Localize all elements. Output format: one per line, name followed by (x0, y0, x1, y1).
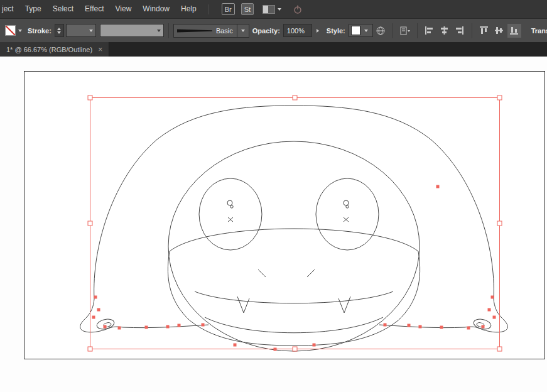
selection-handle-bottom-left[interactable] (88, 347, 92, 351)
anchor-point[interactable] (384, 324, 387, 327)
menu-item-view[interactable]: View (110, 0, 138, 18)
align-left-icon[interactable] (423, 24, 436, 38)
power-gpu-icon[interactable] (293, 4, 303, 14)
align-vertical-center-icon[interactable] (492, 24, 506, 38)
document-tab-bar: 1* @ 66.67% (RGB/Outline) × (0, 42, 547, 57)
width-profile-dropdown[interactable] (100, 24, 164, 37)
anchor-point[interactable] (274, 348, 277, 351)
anchor-point[interactable] (436, 185, 440, 188)
anchor-point[interactable] (118, 327, 121, 330)
style-dropdown[interactable] (349, 24, 373, 37)
anchor-point[interactable] (482, 325, 485, 329)
selection-handle-top-right[interactable] (497, 95, 502, 100)
selection-handle-mid-left[interactable] (88, 221, 92, 226)
anchor-point[interactable] (313, 344, 316, 347)
control-bar: Stroke: Basic Opacity: 100% Style: (0, 18, 547, 42)
anchor-point[interactable] (408, 324, 411, 327)
workspace-switcher-icon[interactable] (263, 5, 275, 14)
artboard-view[interactable] (0, 57, 547, 392)
menu-item-effect[interactable]: Effect (79, 0, 109, 18)
brush-dropdown[interactable]: Basic (173, 24, 249, 38)
anchor-point[interactable] (419, 325, 422, 329)
selection-handle-bottom-center[interactable] (293, 347, 297, 351)
anchor-point[interactable] (440, 326, 443, 329)
anchor-point[interactable] (493, 316, 496, 319)
brush-name: Basic (216, 27, 233, 35)
anchor-point[interactable] (488, 308, 491, 312)
selection-handle-mid-right[interactable] (497, 221, 502, 226)
stroke-weight-dropdown[interactable] (66, 24, 96, 37)
document-tab[interactable]: 1* @ 66.67% (RGB/Outline) × (0, 42, 109, 57)
style-label: Style: (327, 27, 345, 35)
menu-bar: ject Type Select Effect View Window Help… (0, 0, 547, 18)
document-setup-globe-icon[interactable] (374, 24, 387, 38)
close-icon[interactable]: × (98, 45, 102, 54)
anchor-point[interactable] (166, 325, 170, 329)
artboard (24, 72, 545, 359)
transform-label[interactable]: Trans (531, 27, 547, 35)
anchor-point[interactable] (491, 296, 494, 299)
anchor-point[interactable] (97, 308, 100, 312)
divider (393, 23, 393, 38)
menu-item-type[interactable]: Type (19, 0, 47, 18)
align-right-icon[interactable] (453, 24, 467, 38)
bridge-button[interactable]: Br (222, 3, 235, 15)
selection-handle-bottom-right[interactable] (497, 347, 502, 351)
chevron-down-icon (278, 8, 281, 11)
stock-button[interactable]: St (241, 3, 254, 15)
menu-item-select[interactable]: Select (47, 0, 79, 18)
anchor-point[interactable] (145, 326, 148, 329)
stroke-none-swatch[interactable] (5, 25, 16, 36)
menu-item-window[interactable]: Window (137, 0, 175, 18)
anchor-point[interactable] (92, 316, 95, 319)
divider (209, 4, 209, 14)
divider (472, 23, 472, 38)
anchor-point[interactable] (94, 296, 97, 299)
opacity-field[interactable]: 100% (283, 24, 312, 37)
style-swatch (351, 26, 360, 35)
menu-item-help[interactable]: Help (175, 0, 202, 18)
anchor-point[interactable] (104, 325, 107, 329)
anchor-point[interactable] (467, 327, 470, 330)
selection-handle-top-center[interactable] (293, 95, 297, 100)
selection-handle-top-left[interactable] (88, 95, 92, 100)
stroke-label: Stroke: (28, 27, 51, 35)
stroke-weight-stepper[interactable] (55, 24, 64, 37)
divider (417, 23, 418, 38)
align-top-icon[interactable] (477, 24, 491, 38)
align-center-icon[interactable] (438, 24, 452, 38)
anchor-point[interactable] (178, 324, 181, 327)
opacity-label: Opacity: (252, 27, 280, 35)
align-bottom-icon[interactable] (507, 24, 521, 38)
canvas-area[interactable] (0, 57, 547, 392)
document-title: 1* @ 66.67% (RGB/Outline) (6, 46, 92, 53)
document-setup-dropdown[interactable] (398, 24, 412, 38)
chevron-down-icon[interactable] (237, 24, 249, 37)
menu-item-object[interactable]: ject (0, 0, 19, 18)
anchor-point[interactable] (202, 324, 205, 327)
chevron-down-icon[interactable] (18, 30, 22, 32)
brush-stroke-preview (177, 28, 212, 33)
chevron-right-icon[interactable] (317, 29, 319, 33)
anchor-point[interactable] (234, 344, 237, 347)
illustrator-window: ject Type Select Effect View Window Help… (0, 0, 547, 392)
divider (168, 23, 169, 38)
